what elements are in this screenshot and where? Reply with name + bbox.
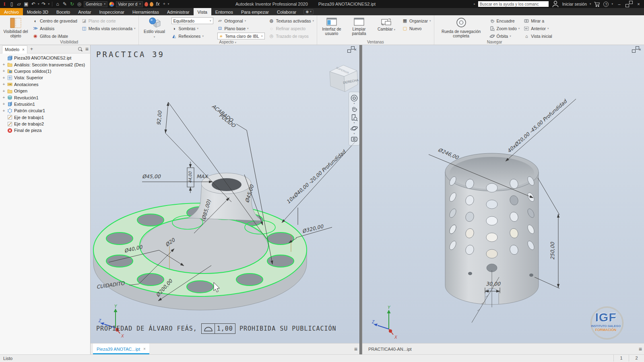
viewport-left-canvas[interactable]: 92,00 ACABADO PULIDO Ø45,00 44,00 MAX Ø4… [91, 45, 359, 343]
right-scene[interactable]: 40xØ20,00 -45,00 Profundidad Ø246,00 250… [362, 45, 644, 343]
tab-anotar[interactable]: Anotar [74, 8, 95, 15]
help-search-input[interactable] [478, 1, 549, 7]
open-file-icon[interactable]: ▱ [16, 1, 22, 7]
look-at-icon[interactable] [350, 135, 358, 143]
tab-herramientas[interactable]: Herramientas [128, 8, 163, 15]
tree-item-cuerpos-solidos[interactable]: +Cuerpos sólidos(1) [0, 68, 90, 74]
center-bore[interactable] [212, 178, 242, 191]
dim-92[interactable]: 92,00 [155, 110, 163, 125]
browser-menu-icon[interactable]: ≡ [85, 46, 88, 52]
browser-add-tab-button[interactable]: + [30, 46, 33, 52]
update-icon[interactable]: ↻ [69, 1, 75, 7]
tree-item-analisis[interactable]: +Análisis: Sección transversal2 (Des) [0, 61, 90, 68]
sombras-button[interactable]: ◑Sombras▾ [171, 25, 213, 32]
material-select[interactable]: Genérico▾ [84, 1, 107, 7]
ribbon-display-options-button[interactable]: ◉▾ [303, 9, 313, 14]
tab-overflow-menu-icon[interactable]: ≡ [639, 346, 642, 352]
estilo-visual-button[interactable]: Estilo visual▾ [142, 16, 167, 39]
save-icon[interactable]: ▣ [23, 1, 29, 7]
mirar-a-button[interactable]: Mirar a [524, 17, 552, 24]
caret-down-icon[interactable]: ▾ [353, 103, 355, 105]
dim-44-boxed[interactable]: 44,00 [188, 171, 192, 183]
organizar-button[interactable]: ▦Organizar▾ [402, 17, 431, 24]
home-view-icon[interactable]: ⌂ [55, 1, 60, 7]
tree-item-patron-circular1[interactable]: +Patrón circular1 [0, 107, 90, 114]
cambiar-ventana-button[interactable]: Cambiar ▾ [375, 16, 398, 39]
tree-item-anotaciones[interactable]: +Anotaciones [0, 81, 90, 88]
sign-in-caret-icon[interactable]: ▾ [590, 2, 591, 6]
expander-icon[interactable]: + [2, 109, 6, 113]
help-caret-icon[interactable]: ▾ [611, 2, 613, 6]
tree-item-origen[interactable]: +Origen [0, 88, 90, 94]
expander-icon[interactable]: + [2, 62, 6, 67]
dim-30[interactable]: 30,00 [486, 281, 501, 287]
zoom-todo-button[interactable]: Zoom todo▾ [489, 25, 520, 32]
tab-colaborar[interactable]: Colaborar [273, 8, 300, 15]
store-cart-icon[interactable] [594, 1, 601, 7]
view-counter-2[interactable]: 2 [629, 355, 644, 362]
dim-45-max[interactable]: Ø45,00 [142, 173, 161, 179]
new-file-icon[interactable]: ▯ [9, 1, 14, 7]
reflexiones-button[interactable]: ◭Reflexiones▾ [171, 33, 213, 39]
navigation-wheel-icon[interactable] [350, 94, 358, 102]
help-icon[interactable]: ? [603, 2, 609, 7]
orbita-button[interactable]: Órbita▾ [489, 33, 520, 39]
media-vista-seccionada-button[interactable]: ◫Media vista seccionada▾ [81, 25, 136, 32]
visual-style-combo[interactable]: Equilibrado▾ [171, 17, 213, 24]
undo-caret-icon[interactable]: ▾ [38, 2, 39, 6]
sign-in-button[interactable]: Iniciar sesión [562, 2, 587, 6]
texturas-activadas-button[interactable]: ◍Texturas activadas▾ [269, 17, 314, 24]
search-collapse-icon[interactable]: ▸ [474, 2, 475, 6]
orbit-icon[interactable] [350, 124, 358, 132]
tree-item-revolucion1[interactable]: +Revolución1 [0, 94, 90, 101]
qat-overflow-caret-icon[interactable]: ▾ [168, 2, 169, 6]
view-counter-1[interactable]: 1 [613, 355, 629, 362]
tab-para-empezar[interactable]: Para empezar [237, 8, 273, 15]
adjust-appearance-icon[interactable] [150, 2, 153, 6]
object-visibility-button[interactable]: Visibilidad del objeto [3, 16, 29, 39]
caret-down-icon[interactable]: ▾ [353, 133, 355, 135]
navigation-wheel-button[interactable]: Rueda de navegación completa [437, 16, 485, 39]
lighting-theme-combo[interactable]: ☀Tema claro de IBL▾ [217, 33, 265, 39]
redo-caret-icon[interactable]: ▾ [48, 2, 50, 6]
dim-250[interactable]: 250,00 [549, 242, 555, 260]
interfaz-de-usuario-button[interactable]: Interfaz de usuario [320, 16, 343, 39]
flange-part-model[interactable] [93, 173, 307, 310]
tab-vista[interactable]: Vista [194, 8, 211, 15]
select-group-icon[interactable]: ◎ [76, 1, 82, 7]
viewport-right-canvas[interactable]: 40xØ20,00 -45,00 Profundidad Ø246,00 250… [362, 45, 644, 343]
doc-tab-pieza39[interactable]: Pieza39 ANOTAC...ipt× [93, 343, 149, 354]
limpiar-pantalla-button[interactable]: Limpiar pantalla [347, 16, 371, 39]
dim-max-label[interactable]: MAX [196, 173, 208, 179]
parameters-fx-icon[interactable]: fx [155, 1, 161, 7]
color-wheel-icon[interactable] [109, 2, 114, 7]
caret-down-icon[interactable]: ▾ [353, 122, 355, 124]
viewport-splitter[interactable] [359, 45, 362, 354]
tree-item-eje-de-trabajo1[interactable]: Eje de trabajo1 [0, 114, 90, 121]
dim-10x40[interactable]: 10xØ40,00 -20,00 Profundidad [285, 148, 347, 205]
dim-246[interactable]: Ø246,00 [437, 146, 460, 160]
expander-icon[interactable]: + [2, 102, 6, 106]
minimize-button[interactable]: – [616, 2, 623, 6]
encuadre-button[interactable]: Encuadre [489, 17, 520, 24]
tab-modelo-3d[interactable]: Modelo 3D [23, 8, 52, 15]
plano-base-button[interactable]: ⊡Plano base▾ [217, 25, 265, 32]
tab-entornos[interactable]: Entornos [211, 8, 237, 15]
analisis-button[interactable]: ≫Análisis [33, 25, 77, 32]
doc-tab-close-icon[interactable]: × [143, 347, 146, 351]
expander-icon[interactable]: + [2, 89, 6, 93]
expander-icon[interactable]: + [2, 76, 6, 80]
tab-archivo[interactable]: Archivo [0, 8, 23, 15]
ortogonal-button[interactable]: ▱Ortogonal▾ [217, 17, 265, 24]
tree-item-vista-superior[interactable]: +Vista: Superior [0, 74, 90, 81]
view-cube[interactable]: DERECHA SUPERIOR [325, 60, 359, 94]
tree-item-final-de-pieza[interactable]: Final de pieza [0, 127, 90, 134]
centro-de-gravedad-button[interactable]: ◐Centro de gravedad [33, 17, 77, 24]
close-button[interactable]: × [635, 2, 642, 6]
tab-overflow-menu-icon[interactable]: ≡ [354, 346, 357, 352]
browser-tab-modelo[interactable]: Modelo× [2, 45, 27, 53]
add-command-icon[interactable]: + [162, 1, 166, 7]
dim-40x20[interactable]: 40xØ20,00 -45,00 Profundidad [506, 98, 568, 154]
doc-tab-practica40[interactable]: PRACTICA40-AN...ipt [365, 343, 415, 354]
tab-inspeccionar[interactable]: Inspeccionar [95, 8, 128, 15]
